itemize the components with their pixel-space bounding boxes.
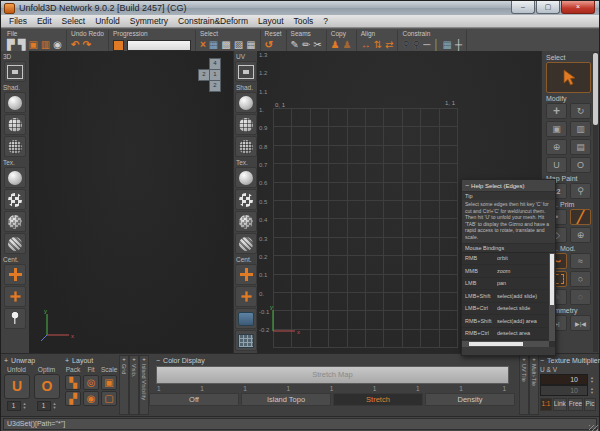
tex-mult-1-1[interactable]: 1:1 bbox=[540, 398, 552, 411]
unfold-brush-icon[interactable]: U bbox=[546, 157, 567, 173]
grid-project-icon[interactable]: ▤ bbox=[570, 139, 591, 155]
fence-constrain-icon[interactable]: ▥ bbox=[570, 121, 591, 137]
view-layout-button[interactable]: 2 bbox=[209, 80, 221, 92]
menu-item-constrain-deform[interactable]: Constrain&Deform bbox=[173, 16, 253, 26]
u-multiplier-field[interactable]: 10 bbox=[540, 374, 588, 385]
title-bar[interactable]: Unfold3D Network 9.0.2 [Build 2457] (CG)… bbox=[1, 1, 599, 15]
island-stamp-icon[interactable]: ▣ bbox=[546, 121, 567, 137]
uv-shading-wire-shaded-icon[interactable] bbox=[235, 136, 257, 157]
minimize-button[interactable]: – bbox=[511, 1, 535, 14]
optimize-brush-icon[interactable]: O bbox=[570, 157, 591, 173]
u-multiplier-stepper[interactable]: ▲ ▼ bbox=[590, 376, 596, 384]
redo-icon[interactable]: ↷ bbox=[82, 39, 90, 51]
pin-brush-icon[interactable]: ⚲ bbox=[570, 183, 591, 199]
center-selection-icon[interactable] bbox=[4, 286, 26, 307]
uv-3d-sync-icon[interactable] bbox=[235, 308, 257, 329]
select-all-islands-icon[interactable]: ▦ bbox=[246, 39, 255, 51]
optimize-iterations-stepper[interactable]: 1▲▼ bbox=[34, 401, 59, 411]
copy-uvs-icon[interactable]: ♟ bbox=[331, 39, 340, 51]
stepper-arrows-icon[interactable]: ▲▼ bbox=[53, 402, 57, 410]
collapsed-panel-uv-tile[interactable]: +UV Tile bbox=[519, 355, 529, 415]
status-command-field[interactable]: U3dSet()[Path="*"] bbox=[3, 418, 597, 430]
right-panel-scrollbar[interactable] bbox=[593, 52, 598, 352]
fit-view-icon[interactable] bbox=[4, 61, 26, 82]
mirror-uv-icon[interactable]: ▶|◀ bbox=[570, 315, 591, 331]
paste-uvs-icon[interactable]: ♟ bbox=[343, 39, 352, 51]
stretch-map-bar[interactable]: Stretch Map bbox=[156, 366, 509, 384]
uv-texture-none-icon[interactable] bbox=[235, 167, 257, 188]
menu-item-edit[interactable]: Edit bbox=[32, 16, 57, 26]
uv-grid-display-icon[interactable] bbox=[235, 330, 257, 351]
expand-toggle[interactable]: + bbox=[65, 357, 69, 364]
bindings-horizontal-scrollbar[interactable] bbox=[462, 341, 549, 347]
resize-grip-icon[interactable] bbox=[589, 425, 598, 431]
color-mode-density[interactable]: Density bbox=[425, 393, 515, 406]
uv-shading-plain-icon[interactable] bbox=[235, 92, 257, 113]
uv-center-selection-icon[interactable] bbox=[235, 286, 257, 307]
uv-texture-checker-icon[interactable] bbox=[235, 189, 257, 210]
uv-fit-view-icon[interactable] bbox=[235, 61, 257, 82]
shading-wireframe-icon[interactable] bbox=[4, 114, 26, 135]
save-as-icon[interactable]: ▥ bbox=[41, 39, 50, 51]
tex-mult-pic[interactable]: Pic bbox=[584, 398, 596, 411]
unfold-iterations-stepper[interactable]: 1▲▼ bbox=[4, 401, 29, 411]
constrain-cross-icon[interactable]: ┼ bbox=[455, 39, 462, 51]
close-button[interactable]: × bbox=[561, 1, 595, 14]
deselect-all-icon[interactable]: × bbox=[200, 39, 206, 51]
texture-checker-icon[interactable] bbox=[4, 189, 26, 210]
fit-icon[interactable]: ◎ bbox=[83, 375, 99, 390]
menu-item-unfold[interactable]: Unfold bbox=[90, 16, 125, 26]
constrain-remove-icon[interactable]: ⚲ bbox=[413, 39, 420, 51]
select-keyboard-icon[interactable]: ▨ bbox=[234, 39, 243, 51]
screenshot-icon[interactable]: ◉ bbox=[53, 39, 62, 51]
shading-wire-shaded-icon[interactable] bbox=[4, 136, 26, 157]
color-mode-stretch[interactable]: Stretch bbox=[333, 393, 423, 406]
collapsed-panel-multi-tile[interactable]: +Multi-Tile bbox=[529, 355, 539, 415]
scale-down-icon[interactable]: ▢ bbox=[101, 391, 117, 406]
tex-mult-link[interactable]: Link bbox=[553, 398, 567, 411]
expand-toggle[interactable]: + bbox=[4, 357, 8, 364]
expand-toggle[interactable]: + bbox=[522, 356, 526, 363]
select-island-icon[interactable]: ▦ bbox=[209, 39, 218, 51]
reset-icon[interactable]: ↺ bbox=[265, 39, 273, 51]
collapse-toggle[interactable]: − bbox=[156, 357, 160, 364]
sphere-project-icon[interactable]: ⊕ bbox=[546, 139, 567, 155]
expand-toggle[interactable]: + bbox=[532, 356, 536, 363]
uv-center-world-icon[interactable] bbox=[235, 264, 257, 285]
cut-seam-icon[interactable]: ✂ bbox=[313, 39, 321, 51]
lasso-select-icon[interactable]: ○ bbox=[570, 271, 591, 287]
constrain-horizontal-icon[interactable]: ─ bbox=[423, 39, 430, 51]
pack-alt-icon[interactable]: ▞ bbox=[65, 391, 81, 406]
menu-item-layout[interactable]: Layout bbox=[253, 16, 289, 26]
rotate-tool-icon[interactable]: ↻ bbox=[570, 103, 591, 119]
texture-checker-sphere-icon[interactable] bbox=[4, 211, 26, 232]
draw-seam-icon[interactable]: ✎ bbox=[291, 39, 299, 51]
align-v-icon[interactable]: ⇄ bbox=[385, 39, 393, 51]
menu-item-files[interactable]: Files bbox=[4, 16, 32, 26]
align-u-icon[interactable]: ⇅ bbox=[374, 39, 382, 51]
viewport-3d[interactable]: 4212 y x bbox=[29, 51, 233, 353]
optimize-button[interactable]: O bbox=[34, 374, 60, 399]
stepper-arrows-icon[interactable]: ▲▼ bbox=[23, 402, 27, 410]
bindings-vertical-scrollbar[interactable] bbox=[549, 253, 555, 341]
erase-seam-icon[interactable]: ✏ bbox=[302, 39, 310, 51]
texture-stripes-icon[interactable] bbox=[4, 233, 26, 254]
select-elements-icon[interactable]: ⊕ bbox=[570, 227, 591, 243]
uv-texture-checker-sphere-icon[interactable] bbox=[235, 211, 257, 232]
tex-mult-free[interactable]: Free bbox=[568, 398, 583, 411]
maximize-button[interactable]: ▢ bbox=[536, 1, 560, 14]
import-icon[interactable]: ▜ bbox=[18, 39, 26, 51]
center-world-icon[interactable] bbox=[4, 264, 26, 285]
menu-item-select[interactable]: Select bbox=[57, 16, 91, 26]
pack-icon[interactable]: ▚ bbox=[65, 375, 81, 390]
undo-icon[interactable]: ↶ bbox=[71, 39, 79, 51]
scale-up-icon[interactable]: ▣ bbox=[101, 375, 117, 390]
collapsed-panel-visib[interactable]: +Visib. bbox=[129, 355, 139, 415]
select-tool-button[interactable] bbox=[546, 62, 591, 93]
collapsed-panel-grid[interactable]: +Grid bbox=[119, 355, 129, 415]
expand-toggle[interactable]: + bbox=[132, 356, 136, 363]
move-tool-icon[interactable]: + bbox=[546, 103, 567, 119]
uv-shading-wireframe-icon[interactable] bbox=[235, 114, 257, 135]
color-mode-off[interactable]: Off bbox=[149, 393, 239, 406]
menu-item-symmetry[interactable]: Symmetry bbox=[125, 16, 173, 26]
